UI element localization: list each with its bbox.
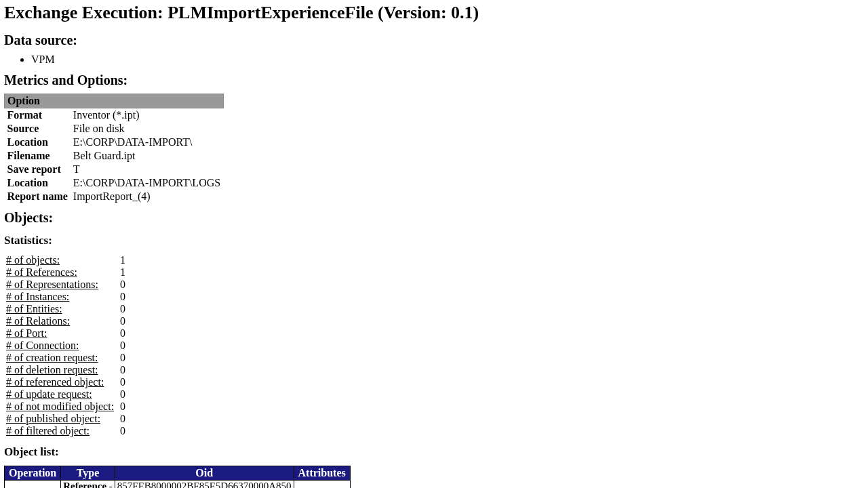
stat-value: 0 (118, 291, 127, 303)
section-metrics: Metrics and Options: (4, 73, 864, 88)
stat-label: # of creation request: (4, 352, 118, 364)
table-row: # of referenced object:0 (4, 376, 127, 388)
option-value: ImportReport_(4) (71, 190, 223, 203)
stat-value: 1 (118, 254, 127, 266)
table-row: # of References:1 (4, 266, 127, 279)
stat-value: 0 (118, 352, 127, 364)
table-header-row: Operation Type Oid Attributes (5, 466, 351, 481)
section-objects: Objects: (4, 210, 864, 226)
col-attributes: Attributes (294, 466, 350, 481)
table-row: Location E:\CORP\DATA-IMPORT\ (5, 136, 224, 149)
stat-value: 0 (118, 279, 127, 291)
options-table: Option Format Inventor (*.ipt) Source Fi… (4, 94, 224, 203)
stat-value: 0 (118, 315, 127, 327)
option-label: Report name (5, 190, 71, 203)
section-statistics: Statistics: (4, 234, 864, 247)
cell-operation (5, 481, 61, 489)
option-label: Source (5, 122, 71, 136)
stat-label: # of Relations: (4, 315, 118, 327)
page-title: Exchange Execution: PLMImportExperienceF… (4, 3, 864, 23)
table-row: # of Connection:0 (4, 340, 127, 352)
table-row: # of objects:1 (4, 254, 127, 266)
table-row: Report name ImportReport_(4) (5, 190, 224, 203)
col-operation: Operation (5, 466, 61, 481)
stat-label: # of update request: (4, 388, 118, 401)
stat-label: # of Entities: (4, 303, 118, 315)
table-row: # of published object:0 (4, 413, 127, 425)
option-value: Belt Guard.ipt (71, 149, 223, 163)
stat-value: 0 (118, 327, 127, 340)
option-value: E:\CORP\DATA-IMPORT\ (71, 136, 223, 149)
table-row: # of Representations:0 (4, 279, 127, 291)
table-row: # of deletion request:0 (4, 364, 127, 376)
data-source-list: VPM (20, 54, 864, 66)
option-label: Save report (5, 163, 71, 176)
cell-attributes (294, 481, 350, 489)
option-label: Location (5, 136, 71, 149)
table-row: Source File on disk (5, 122, 224, 136)
options-header: Option (5, 94, 224, 108)
table-row: # of Entities:0 (4, 303, 127, 315)
table-row: # of filtered object:0 (4, 425, 127, 437)
table-row: Reference - 857FEB8000002BF85E5D66370000… (5, 481, 351, 489)
stat-value: 0 (118, 388, 127, 401)
stat-value: 0 (118, 413, 127, 425)
stat-label: # of published object: (4, 413, 118, 425)
stat-value: 0 (118, 425, 127, 437)
stat-value: 0 (118, 401, 127, 413)
stat-value: 0 (118, 376, 127, 388)
stat-label: # of Representations: (4, 279, 118, 291)
stat-label: # of Connection: (4, 340, 118, 352)
stat-label: # of Port: (4, 327, 118, 340)
cell-type: Reference - (61, 481, 115, 489)
stat-value: 1 (118, 266, 127, 279)
table-row: # of Relations:0 (4, 315, 127, 327)
option-value: File on disk (71, 122, 223, 136)
table-row: Save report T (5, 163, 224, 176)
section-data-source: Data source: (4, 33, 864, 48)
stat-label: # of objects: (4, 254, 118, 266)
stat-value: 0 (118, 340, 127, 352)
stat-label: # of not modified object: (4, 401, 118, 413)
object-list-table: Operation Type Oid Attributes Reference … (4, 466, 351, 488)
table-row: Location E:\CORP\DATA-IMPORT\LOGS (5, 176, 224, 190)
stat-value: 0 (118, 364, 127, 376)
option-value: E:\CORP\DATA-IMPORT\LOGS (71, 176, 223, 190)
table-row: # of creation request:0 (4, 352, 127, 364)
option-label: Location (5, 176, 71, 190)
stat-label: # of filtered object: (4, 425, 118, 437)
stat-value: 0 (118, 303, 127, 315)
data-source-item: VPM (31, 54, 864, 66)
table-row: Format Inventor (*.ipt) (5, 108, 224, 123)
option-label: Filename (5, 149, 71, 163)
table-row: # of update request:0 (4, 388, 127, 401)
stat-label: # of referenced object: (4, 376, 118, 388)
col-type: Type (61, 466, 115, 481)
section-object-list: Object list: (4, 445, 864, 459)
table-row: # of Port:0 (4, 327, 127, 340)
table-row: Filename Belt Guard.ipt (5, 149, 224, 163)
option-value: T (71, 163, 223, 176)
table-row: # of Instances:0 (4, 291, 127, 303)
stat-label: # of References: (4, 266, 118, 279)
stats-table: # of objects:1 # of References:1 # of Re… (4, 254, 127, 437)
stat-label: # of Instances: (4, 291, 118, 303)
option-label: Format (5, 108, 71, 123)
option-value: Inventor (*.ipt) (71, 108, 223, 123)
col-oid: Oid (115, 466, 294, 481)
cell-oid: 857FEB8000002BF85E5D66370000A850 (115, 481, 294, 489)
table-row: # of not modified object:0 (4, 401, 127, 413)
stat-label: # of deletion request: (4, 364, 118, 376)
